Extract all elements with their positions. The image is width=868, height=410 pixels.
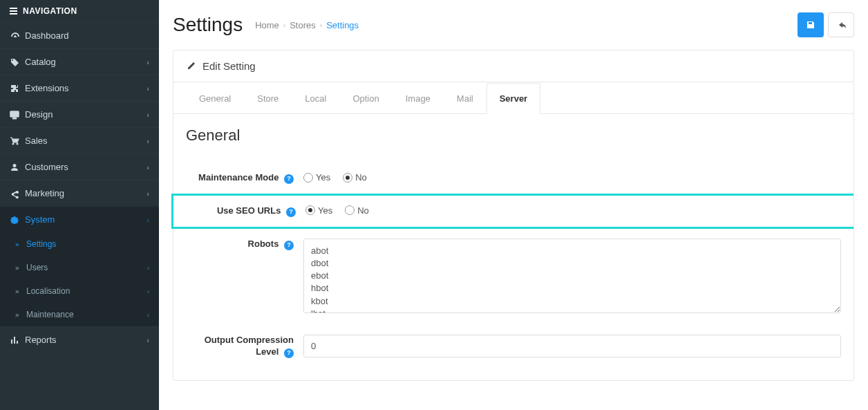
crumb-stores[interactable]: Stores	[290, 20, 316, 30]
seo-urls-label: Use SEO URLs	[217, 205, 281, 216]
chevron-right-icon: ›	[320, 21, 322, 29]
sidebar-subitem-settings[interactable]: »Settings	[0, 232, 159, 256]
maintenance-mode-yes[interactable]: Yes	[303, 172, 330, 183]
sidebar-item-label: Extensions	[25, 83, 147, 93]
maintenance-mode-label: Maintenance Mode	[198, 172, 279, 183]
robots-textarea[interactable]	[303, 239, 841, 313]
chevron-right-icon: ›	[147, 163, 149, 171]
save-icon	[806, 20, 815, 30]
chevron-right-icon: ›	[147, 264, 149, 272]
sidebar-subitem-maintenance[interactable]: »Maintenance›	[0, 303, 159, 326]
output-compression-input[interactable]	[303, 335, 841, 357]
chevron-right-icon: ›	[283, 21, 285, 29]
sidebar-item-extensions[interactable]: Extensions›	[0, 75, 159, 101]
seo-urls-no[interactable]: No	[345, 205, 369, 216]
chevron-right-icon: ›	[147, 336, 149, 344]
back-icon	[836, 20, 846, 30]
tab-server[interactable]: Server	[487, 83, 540, 114]
back-button[interactable]	[828, 12, 854, 37]
sidebar-item-label: Dashboard	[25, 30, 149, 41]
radio-label: Yes	[318, 205, 332, 216]
nav-header: NAVIGATION	[0, 0, 159, 22]
sidebar-item-label: Marketing	[25, 188, 147, 198]
chevron-right-icon: ›	[147, 137, 149, 145]
chevron-right-icon: »	[15, 288, 26, 295]
robots-label: Robots	[248, 239, 279, 249]
sidebar-item-customers[interactable]: Customers›	[0, 153, 159, 180]
maintenance-mode-no[interactable]: No	[343, 172, 367, 183]
tab-mail[interactable]: Mail	[444, 83, 487, 114]
menu-icon	[10, 8, 17, 15]
tab-general[interactable]: General	[186, 83, 244, 114]
chevron-right-icon: ›	[147, 111, 149, 119]
chevron-right-icon: ›	[147, 58, 149, 66]
tab-local[interactable]: Local	[292, 83, 339, 114]
output-compression-label: Output Compression Level	[205, 335, 294, 357]
sidebar-item-label: Customers	[25, 162, 147, 172]
panel-heading: Edit Setting	[173, 50, 853, 82]
sidebar-item-label: Design	[25, 109, 147, 120]
radio-label: No	[355, 172, 367, 183]
crumb-settings[interactable]: Settings	[326, 20, 359, 30]
chevron-right-icon: ›	[147, 84, 149, 93]
crumb-home[interactable]: Home	[255, 20, 279, 30]
share-icon	[10, 189, 25, 198]
tab-image[interactable]: Image	[393, 83, 444, 114]
puzzle-icon	[10, 84, 25, 93]
chevron-right-icon: ›	[147, 216, 149, 224]
radio-label: No	[357, 205, 369, 216]
sidebar-item-label: System	[25, 214, 147, 225]
sidebar-item-sales[interactable]: Sales›	[0, 127, 159, 153]
panel-title: Edit Setting	[202, 60, 256, 72]
sidebar-item-design[interactable]: Design›	[0, 101, 159, 127]
help-icon[interactable]: ?	[284, 174, 294, 184]
sidebar-subitem-localisation[interactable]: »Localisation›	[0, 279, 159, 303]
cart-icon	[10, 136, 25, 146]
save-button[interactable]	[798, 12, 824, 37]
sidebar-item-dashboard[interactable]: Dashboard	[0, 22, 159, 48]
cog-icon	[10, 215, 25, 225]
sidebar-subitem-label: Users	[26, 263, 147, 272]
breadcrumb: Home › Stores › Settings	[255, 20, 359, 30]
user-icon	[10, 162, 25, 172]
sidebar-item-reports[interactable]: Reports›	[0, 326, 159, 353]
help-icon[interactable]: ?	[284, 348, 294, 358]
nav-title: NAVIGATION	[23, 6, 77, 16]
chevron-right-icon: »	[15, 264, 26, 272]
page-title: Settings	[173, 14, 243, 36]
tab-option[interactable]: Option	[339, 83, 392, 114]
pencil-icon	[186, 62, 196, 71]
tab-store[interactable]: Store	[244, 83, 292, 114]
chevron-right-icon: ›	[147, 311, 149, 319]
tachometer-icon	[10, 31, 25, 41]
chevron-right-icon: ›	[147, 189, 149, 198]
help-icon[interactable]: ?	[284, 241, 294, 250]
seo-urls-yes[interactable]: Yes	[305, 205, 332, 216]
chevron-right-icon: ›	[147, 288, 149, 295]
sidebar-item-label: Sales	[25, 136, 147, 146]
sidebar-subitem-label: Settings	[26, 239, 149, 249]
help-icon[interactable]: ?	[286, 207, 296, 217]
sidebar-item-marketing[interactable]: Marketing›	[0, 180, 159, 206]
barchart-icon	[10, 335, 25, 345]
sidebar-subitem-users[interactable]: »Users›	[0, 256, 159, 279]
desktop-icon	[10, 110, 25, 120]
sidebar-item-label: Reports	[25, 335, 147, 345]
chevron-right-icon: »	[15, 311, 26, 319]
chevron-right-icon: »	[15, 241, 26, 248]
sidebar-subitem-label: Localisation	[26, 286, 147, 296]
sidebar-item-catalog[interactable]: Catalog›	[0, 48, 159, 75]
section-heading: General	[186, 127, 841, 145]
sidebar-item-system[interactable]: System›	[0, 206, 159, 232]
sidebar-subitem-label: Maintenance	[26, 310, 147, 319]
radio-label: Yes	[316, 172, 330, 183]
sidebar-item-label: Catalog	[25, 57, 147, 67]
tags-icon	[10, 57, 25, 67]
